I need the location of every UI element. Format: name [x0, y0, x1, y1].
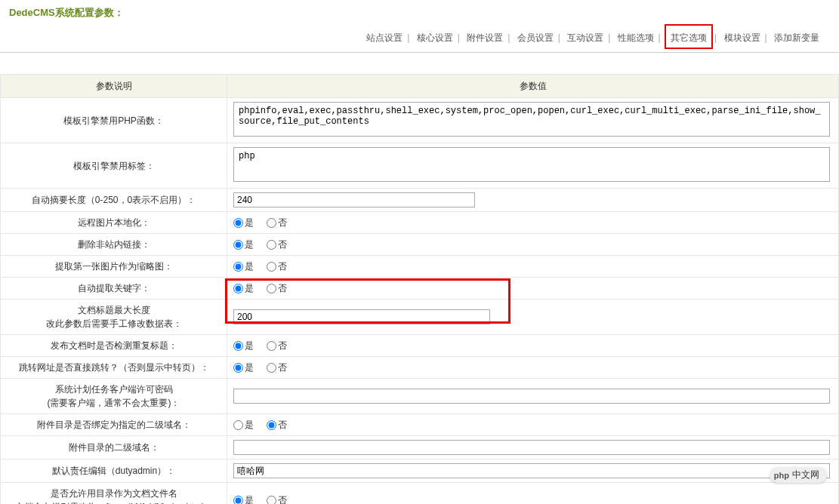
duty-admin-input[interactable] [233, 463, 830, 478]
row-first-thumb-label: 提取第一张图片作为缩略图： [1, 256, 227, 278]
row-task-pwd-label: 系统计划任务客户端许可密码 (需要客户端，通常不会太重要)： [1, 379, 227, 414]
row-dir-as-file-label: 是否允许用目录作为文档文件名 文档命名规则需改为：{typedir}/{aid}… [1, 483, 227, 505]
logo-text-cn: 中文网 [792, 469, 819, 481]
attach-domain-input[interactable] [233, 440, 830, 455]
tab-member[interactable]: 会员设置 [514, 29, 557, 48]
tabs-row: 站点设置| 核心设置| 附件设置| 会员设置| 互动设置| 性能选项| 其它选项… [9, 24, 830, 49]
doc-title-len-input[interactable] [233, 309, 490, 324]
row-attach-domain-bind-label: 附件目录是否绑定为指定的二级域名： [1, 414, 227, 436]
row-doc-title-len-label: 文档标题最大长度 改此参数后需要手工修改数据表： [1, 300, 227, 335]
col-header-val: 参数值 [227, 75, 839, 98]
auto-abstract-input[interactable] [233, 192, 475, 207]
jump-url-yes[interactable]: 是 [233, 362, 254, 373]
auto-keyword-yes[interactable]: 是 [233, 283, 254, 293]
row-del-outlink-label: 删除非站内链接： [1, 234, 227, 256]
remote-img-no[interactable]: 否 [267, 217, 287, 228]
tab-core[interactable]: 核心设置 [414, 29, 456, 48]
tpl-tag-input[interactable] [233, 147, 830, 182]
dup-title-no[interactable]: 否 [267, 340, 287, 351]
tab-site[interactable]: 站点设置 [363, 29, 406, 48]
row-tpl-php-label: 模板引擎禁用PHP函数： [1, 98, 227, 143]
row-dup-title-label: 发布文档时是否检测重复标题： [1, 335, 227, 357]
logo-badge: php 中文网 [770, 467, 827, 483]
row-remote-img-label: 远程图片本地化： [1, 212, 227, 234]
jump-url-no[interactable]: 否 [267, 362, 287, 373]
config-table: 参数说明 参数值 模板引擎禁用PHP函数： 模板引擎禁用标签： 自动摘要长度（0… [0, 74, 839, 504]
attach-domain-bind-yes[interactable]: 是 [233, 419, 254, 430]
row-duty-admin-label: 默认责任编辑（dutyadmin）： [1, 459, 227, 483]
first-thumb-no[interactable]: 否 [267, 261, 287, 272]
task-pwd-input[interactable] [233, 389, 830, 404]
dir-as-file-no[interactable]: 否 [267, 495, 287, 505]
page-title: DedeCMS系统配置参数： [9, 6, 830, 20]
tab-attach[interactable]: 附件设置 [464, 29, 506, 48]
first-thumb-yes[interactable]: 是 [233, 261, 254, 272]
tab-module[interactable]: 模块设置 [721, 29, 763, 48]
tab-perf[interactable]: 性能选项 [615, 29, 657, 48]
row-tpl-tag-label: 模板引擎禁用标签： [1, 143, 227, 189]
auto-keyword-no[interactable]: 否 [267, 283, 287, 293]
logo-text-php: php [774, 471, 789, 480]
tab-other[interactable]: 其它选项 [665, 24, 713, 49]
row-jump-url-label: 跳转网址是否直接跳转？（否则显示中转页）： [1, 357, 227, 379]
row-auto-abstract-label: 自动摘要长度（0-250，0表示不启用）： [1, 189, 227, 212]
row-attach-domain-label: 附件目录的二级域名： [1, 436, 227, 459]
tab-interact[interactable]: 互动设置 [564, 29, 606, 48]
tpl-php-input[interactable] [233, 102, 830, 137]
tab-addvar[interactable]: 添加新变量 [771, 29, 822, 48]
del-outlink-no[interactable]: 否 [267, 239, 287, 250]
dup-title-yes[interactable]: 是 [233, 340, 254, 351]
remote-img-yes[interactable]: 是 [233, 217, 254, 228]
row-auto-keyword-label: 自动提取关键字： [1, 278, 227, 300]
col-header-desc: 参数说明 [1, 75, 227, 98]
del-outlink-yes[interactable]: 是 [233, 239, 254, 250]
attach-domain-bind-no[interactable]: 否 [267, 419, 287, 430]
dir-as-file-yes[interactable]: 是 [233, 495, 254, 505]
